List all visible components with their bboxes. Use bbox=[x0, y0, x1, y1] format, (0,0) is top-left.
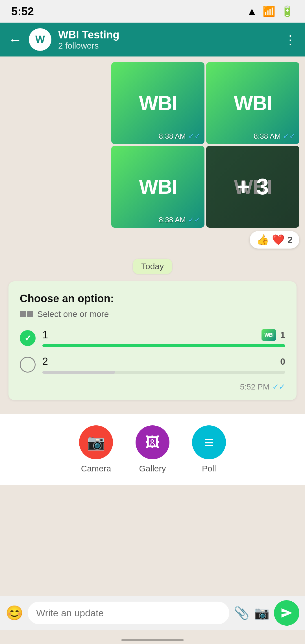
attach-button[interactable]: 📎 bbox=[234, 606, 249, 620]
poll-icon-box-1 bbox=[20, 311, 26, 317]
poll-bar-fill-1 bbox=[42, 344, 285, 347]
reactions-badge[interactable]: 👍 ❤️ 2 bbox=[250, 231, 299, 249]
more-images-overlay: + 3 bbox=[206, 146, 299, 228]
status-icons: ▲ 📶 🔋 bbox=[247, 5, 294, 17]
image-cell-1[interactable]: WBI 8:38 AM ✓✓ bbox=[111, 62, 204, 144]
status-bar: 5:52 ▲ 📶 🔋 bbox=[0, 0, 305, 23]
image-row-2: WBI 8:38 AM ✓✓ WBI + 3 bbox=[111, 146, 299, 228]
chat-area: WBI 8:38 AM ✓✓ WBI 8:38 AM ✓✓ WBI 8:38 A… bbox=[0, 56, 305, 406]
back-button[interactable]: ← bbox=[8, 32, 22, 47]
status-time: 5:52 bbox=[11, 5, 34, 18]
menu-button[interactable]: ⋮ bbox=[284, 32, 297, 47]
attachment-picker: 📷 Camera 🖼 Gallery ≡ Poll bbox=[0, 414, 305, 485]
check-icon-2: ✓✓ bbox=[283, 132, 295, 141]
wifi-icon: ▲ bbox=[247, 5, 257, 17]
send-icon bbox=[280, 607, 293, 619]
poll-check-icon: ✓✓ bbox=[272, 382, 285, 391]
poll-attach-icon: ≡ bbox=[192, 425, 226, 459]
camera-attach-icon: 📷 bbox=[79, 425, 113, 459]
poll-option-content-1: 1 WBI 1 bbox=[42, 329, 285, 347]
poll-icon-box-2 bbox=[27, 311, 33, 317]
poll-attach-label: Poll bbox=[202, 464, 216, 473]
thumbs-up-emoji: 👍 bbox=[256, 234, 269, 246]
poll-option-row-1: 1 WBI 1 bbox=[42, 329, 285, 341]
poll-subtitle-row: Select one or more bbox=[20, 309, 285, 319]
chat-header: ← W WBI Testing 2 followers ⋮ bbox=[0, 23, 305, 56]
image-cell-3[interactable]: WBI 8:38 AM ✓✓ bbox=[111, 146, 204, 228]
poll-bar-fill-2 bbox=[42, 371, 115, 374]
poll-option-count-2: 0 bbox=[280, 356, 285, 367]
image-cell-2[interactable]: WBI 8:38 AM ✓✓ bbox=[206, 62, 299, 144]
poll-time: 5:52 PM bbox=[240, 382, 269, 391]
image-timestamp-2: 8:38 AM ✓✓ bbox=[254, 132, 295, 141]
camera-input-button[interactable]: 📷 bbox=[254, 606, 269, 620]
bubble-timestamp: 5:52 PM ✓✓ bbox=[20, 382, 285, 391]
follower-count: 2 followers bbox=[58, 41, 277, 51]
image-timestamp-3: 8:38 AM ✓✓ bbox=[159, 216, 201, 224]
gallery-attach-icon: 🖼 bbox=[136, 425, 169, 459]
heart-emoji: ❤️ bbox=[272, 234, 285, 246]
poll-option-row-2: 2 0 bbox=[42, 356, 285, 367]
poll-option-right-2: 0 bbox=[280, 356, 285, 367]
avatar: W bbox=[29, 28, 51, 51]
signal-icon: 📶 bbox=[263, 5, 275, 17]
reactions-row: 👍 ❤️ 2 bbox=[6, 231, 299, 249]
poll-message: Choose an option: Select one or more 1 W… bbox=[8, 281, 297, 400]
poll-option-right-1: WBI 1 bbox=[262, 329, 285, 341]
poll-option-count-1: 1 bbox=[280, 330, 285, 340]
date-label: Today bbox=[133, 259, 172, 274]
battery-icon: 🔋 bbox=[281, 5, 294, 17]
gallery-attach-item[interactable]: 🖼 Gallery bbox=[136, 425, 169, 473]
reactions-count: 2 bbox=[287, 235, 293, 245]
poll-type-icon bbox=[20, 311, 33, 317]
check-icon-1: ✓✓ bbox=[188, 132, 201, 141]
image-message-group: WBI 8:38 AM ✓✓ WBI 8:38 AM ✓✓ WBI 8:38 A… bbox=[6, 62, 299, 229]
camera-attach-item[interactable]: 📷 Camera bbox=[79, 425, 113, 473]
poll-bar-track-2 bbox=[42, 371, 285, 374]
poll-option-2[interactable]: 2 0 bbox=[20, 356, 285, 374]
message-input[interactable] bbox=[28, 602, 229, 624]
check-icon-3: ✓✓ bbox=[188, 216, 201, 224]
poll-title: Choose an option: bbox=[20, 293, 285, 305]
home-indicator bbox=[0, 639, 305, 641]
poll-option-1[interactable]: 1 WBI 1 bbox=[20, 329, 285, 347]
header-info: WBI Testing 2 followers bbox=[58, 29, 277, 51]
channel-title: WBI Testing bbox=[58, 29, 277, 41]
wbi-small-icon: WBI bbox=[262, 329, 276, 341]
image-cell-overlay[interactable]: WBI + 3 bbox=[206, 146, 299, 228]
image-row-1: WBI 8:38 AM ✓✓ WBI 8:38 AM ✓✓ bbox=[111, 62, 299, 144]
image-timestamp-1: 8:38 AM ✓✓ bbox=[159, 132, 201, 141]
gallery-attach-label: Gallery bbox=[139, 464, 166, 473]
send-button[interactable] bbox=[274, 600, 299, 626]
home-bar bbox=[121, 639, 184, 641]
poll-bar-track-1 bbox=[42, 344, 285, 347]
poll-option-label-2: 2 bbox=[42, 356, 48, 367]
emoji-button[interactable]: 😊 bbox=[6, 605, 23, 621]
message-input-bar: 😊 📎 📷 bbox=[0, 596, 305, 630]
date-separator: Today bbox=[6, 259, 299, 274]
poll-option-label-1: 1 bbox=[42, 329, 48, 341]
poll-attach-item[interactable]: ≡ Poll bbox=[192, 425, 226, 473]
poll-option-content-2: 2 0 bbox=[42, 356, 285, 374]
poll-radio-1[interactable] bbox=[20, 330, 36, 346]
poll-radio-2[interactable] bbox=[20, 357, 36, 373]
poll-subtitle: Select one or more bbox=[37, 309, 109, 319]
camera-attach-label: Camera bbox=[81, 464, 111, 473]
